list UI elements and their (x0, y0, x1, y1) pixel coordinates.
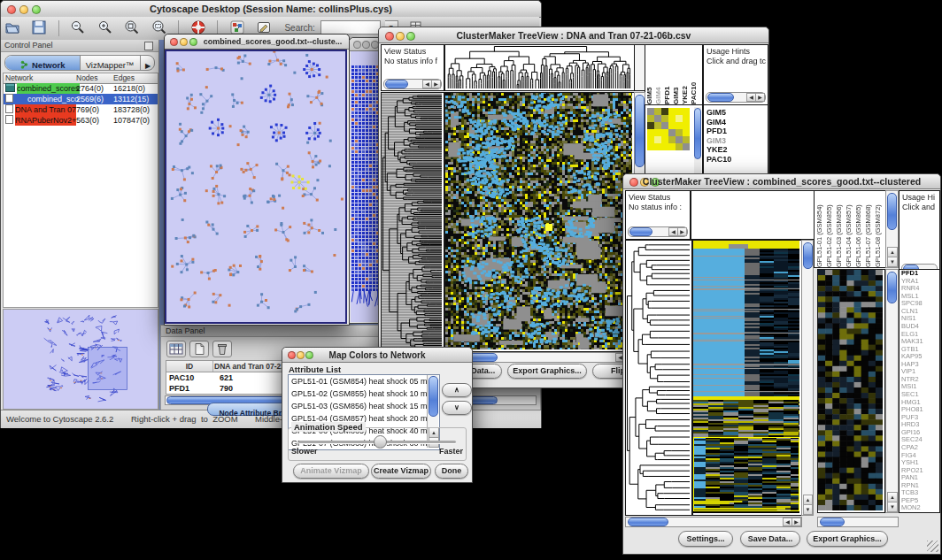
matrix-cell[interactable] (668, 129, 676, 136)
done-button[interactable]: Done (435, 464, 468, 479)
animate-vizmap-button[interactable]: Animate Vizmap (293, 464, 369, 479)
scroll-right-icon[interactable]: ▶ (791, 518, 801, 526)
matrix-cell[interactable] (661, 143, 668, 150)
tv2-labels-vscrollbar[interactable]: ▲ ▼ (885, 190, 899, 268)
zoom-out-icon[interactable] (70, 19, 86, 39)
tv2-secondary-heatmap-panel[interactable] (817, 269, 885, 513)
delete-attribute-trash-icon[interactable] (212, 341, 232, 357)
column-label[interactable]: YKE2 (681, 45, 690, 104)
network-table-row[interactable]: combined_sco 2569(6) 13112(15) (4, 94, 158, 104)
tv1-heatmap-hscrollbar[interactable]: ◀ ▶ (444, 352, 635, 363)
gene-label[interactable]: GIM4 (704, 118, 768, 127)
column-label[interactable]: GPL51-08 (GSM872) (873, 191, 883, 267)
zoom-fit-icon[interactable] (124, 19, 140, 39)
network-table-row[interactable]: combined_scores 2764(0) 16218(0) (4, 83, 158, 94)
network-table-row[interactable]: RNAPuberNov2+ 563(0) 107847(0) (4, 115, 158, 126)
matrix-cell[interactable] (668, 136, 676, 143)
matrix-cell[interactable] (683, 122, 690, 129)
view-status-scrollbar[interactable]: ◀ ▶ (383, 79, 442, 89)
matrix-cell[interactable] (668, 108, 676, 115)
column-label[interactable]: GPL51-07 (GSM868) (863, 191, 873, 267)
column-label[interactable]: PAC10 (690, 45, 699, 104)
column-label[interactable]: GIM4 (654, 45, 663, 104)
matrix-cell[interactable] (661, 122, 668, 129)
export-graphics-button[interactable]: Export Graphics... (507, 364, 587, 379)
matrix-cell[interactable] (661, 129, 668, 136)
main-titlebar[interactable]: Cytoscape Desktop (Session Name: collins… (1, 1, 541, 18)
tv2-secondary-hscrollbar[interactable] (817, 517, 899, 527)
scroll-down-icon[interactable]: ▼ (887, 257, 898, 267)
matrix-cell[interactable] (676, 136, 683, 143)
tv2-row-dendrogram-panel[interactable] (625, 240, 692, 516)
tv1-heatmap-panel[interactable] (444, 92, 635, 352)
scroll-right-icon[interactable]: ▶ (431, 80, 441, 88)
tab-overflow-button[interactable]: ▶ (140, 56, 155, 70)
matrix-cell[interactable] (647, 136, 654, 143)
gene-label[interactable]: YKE2 (704, 145, 768, 155)
matrix-cell[interactable] (676, 122, 683, 129)
column-label[interactable]: GPL51-02 (GSM855) (824, 191, 834, 267)
zoom-in-icon[interactable] (97, 19, 113, 39)
matrix-cell[interactable] (647, 108, 654, 115)
column-label[interactable]: GIM5 (645, 45, 654, 104)
search-combobox[interactable] (320, 20, 381, 35)
minimize-icon[interactable] (180, 38, 188, 46)
close-icon[interactable] (170, 38, 178, 46)
matrix-cell[interactable] (647, 122, 654, 129)
view-status-scrollbar[interactable]: ◀ ▶ (628, 226, 688, 237)
matrix-cell[interactable] (683, 143, 690, 150)
tab-network[interactable]: Network (5, 56, 81, 70)
settings-button[interactable]: Settings... (678, 531, 733, 547)
matrix-cell[interactable] (668, 143, 676, 150)
column-label[interactable]: PFD1 (663, 45, 672, 104)
save-data-button[interactable]: Save Data... (740, 531, 800, 547)
network-overview-canvas[interactable] (4, 310, 156, 407)
speed-slider-handle[interactable] (374, 435, 387, 449)
gene-label[interactable]: GIM5 (704, 108, 768, 118)
similarity-matrix[interactable] (647, 108, 690, 150)
treeview1-titlebar[interactable]: ClusterMaker TreeView : DNA and Tran 07-… (379, 27, 768, 43)
network-view-titlebar[interactable]: combined_scores_good.txt--cluste... (165, 35, 349, 50)
matrix-cell[interactable] (661, 108, 668, 115)
network-overview-panel[interactable] (3, 309, 158, 410)
new-attribute-icon[interactable] (189, 341, 209, 357)
attribute-list-item[interactable]: GPL51-03 (GSM856) heat shock 15 min (289, 400, 439, 412)
tv1-column-dendrogram-panel[interactable] (444, 44, 635, 91)
tv1-row-dendrogram-panel[interactable] (381, 92, 444, 352)
close-icon[interactable] (353, 41, 361, 49)
column-label[interactable]: GPL51-03 (GSM856) (834, 191, 844, 267)
matrix-cell[interactable] (668, 115, 676, 122)
tv2-heatmap-panel[interactable] (692, 240, 802, 516)
gene-label[interactable]: PFD1 (704, 127, 768, 136)
column-label[interactable]: GPL51-06 (GSM865) (853, 191, 863, 267)
move-up-button[interactable]: ∧ (442, 383, 472, 397)
usage-hints-scrollbar[interactable]: ◀ ▶ (706, 92, 766, 103)
matrix-cell[interactable] (647, 115, 654, 122)
network-table-row[interactable]: DNA and Tran 07 769(0) 183728(0) (4, 104, 158, 115)
dialog-titlebar[interactable]: Map Colors to Network (282, 348, 472, 363)
create-vizmap-button[interactable]: Create Vizmap (371, 464, 431, 479)
matrix-cell[interactable] (683, 115, 690, 122)
column-label[interactable]: GIM3 (672, 45, 681, 104)
save-icon[interactable] (31, 19, 47, 39)
scroll-down-icon[interactable]: ▼ (887, 502, 898, 512)
tv2-heatmap-vscrollbar[interactable]: ▲ ▼ (801, 240, 814, 516)
gene-label[interactable]: MON2 (900, 504, 939, 512)
id-column-header[interactable]: ID (166, 361, 213, 372)
matrix-cell[interactable] (676, 115, 683, 122)
attribute-list-item[interactable]: GPL51-01 (GSM854) heat shock 05 min (289, 375, 439, 387)
open-file-icon[interactable] (4, 19, 20, 39)
matrix-cell[interactable] (676, 129, 683, 136)
column-label[interactable]: GPL51-01 (GSM854) (815, 191, 824, 267)
matrix-cell[interactable] (654, 129, 661, 136)
move-down-button[interactable]: ∨ (442, 401, 472, 415)
attribute-table-icon[interactable] (166, 341, 186, 357)
matrix-cell[interactable] (683, 129, 690, 136)
matrix-cell[interactable] (654, 143, 661, 150)
matrix-cell[interactable] (654, 122, 661, 129)
scroll-down-icon[interactable]: ▼ (803, 504, 813, 515)
tv2-column-dendrogram-panel[interactable] (691, 190, 815, 240)
matrix-cell[interactable] (661, 115, 668, 122)
matrix-cell[interactable] (661, 136, 668, 143)
matrix-cell[interactable] (647, 129, 654, 136)
